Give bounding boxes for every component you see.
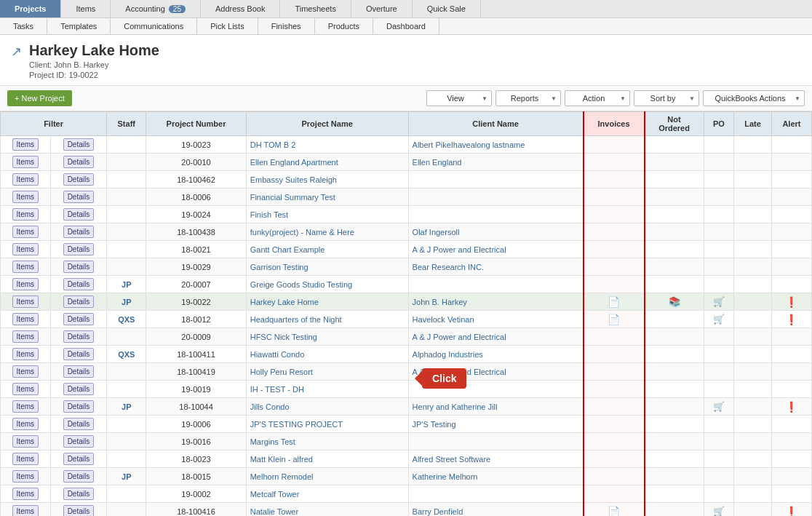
details-button[interactable]: Details [63,383,95,395]
details-button[interactable]: Details [63,505,95,516]
nav-tab-projects[interactable]: Projects [0,0,61,17]
items-button[interactable]: Items [12,191,39,203]
details-button[interactable]: Details [63,330,95,343]
details-button[interactable]: Details [63,418,95,430]
sub-tab-dashboard[interactable]: Dashboard [373,18,439,34]
details-button[interactable]: Details [63,313,95,325]
new-project-button[interactable]: + New Project [7,90,72,106]
project-name-cell[interactable]: DH TOM B 2 [246,136,408,154]
items-button[interactable]: Items [12,138,39,151]
project-name-cell[interactable]: Metcalf Tower [246,485,408,503]
project-name-cell[interactable]: Natalie Tower [246,503,408,517]
project-name-cell[interactable]: Harkey Lake Home [246,293,408,311]
invoice-cell [584,276,645,293]
items-button[interactable]: Items [12,418,39,430]
items-button[interactable]: Items [12,383,39,395]
items-button[interactable]: Items [12,435,39,448]
project-name-cell[interactable]: HFSC Nick Testing [246,328,408,346]
nav-tab-address-book[interactable]: Address Book [201,0,280,17]
items-button[interactable]: Items [12,330,39,343]
project-name-cell[interactable]: IH - TEST - DH [246,381,408,398]
nav-tab-overture[interactable]: Overture [351,0,413,17]
external-link-icon[interactable]: ↗ [11,44,22,60]
nav-tab-items[interactable]: Items [61,0,111,17]
sub-tab-tasks[interactable]: Tasks [0,18,47,34]
sub-tab-pick-lists[interactable]: Pick Lists [197,18,258,34]
items-button[interactable]: Items [12,348,39,360]
items-button[interactable]: Items [12,295,39,308]
items-button[interactable]: Items [12,278,39,290]
project-name-cell[interactable]: Embassy Suites Raleigh [246,171,408,188]
details-button[interactable]: Details [63,400,95,413]
invoice-cell[interactable]: 📄 [584,503,645,517]
invoice-icon[interactable]: 📄 [608,506,620,517]
po-cell [704,258,734,276]
nav-tab-accounting[interactable]: Accounting 25 [111,0,201,17]
invoice-icon[interactable]: 📄 [608,296,620,308]
details-button[interactable]: Details [63,365,95,378]
table-row: ItemsDetails20-0010Ellen England Apartme… [1,154,812,171]
items-button[interactable]: Items [12,488,39,500]
items-button[interactable]: Items [12,400,39,413]
details-button[interactable]: Details [63,243,95,255]
project-name-cell[interactable]: Matt Klein - alfred [246,450,408,468]
items-button[interactable]: Items [12,173,39,186]
sort-dropdown[interactable]: Sort by [634,90,699,106]
items-button[interactable]: Items [12,261,39,273]
invoice-cell[interactable]: 📄 [584,293,645,311]
project-name-cell[interactable]: Gantt Chart Example [246,241,408,258]
details-button[interactable]: Details [63,295,95,308]
quickbooks-actions-dropdown[interactable]: QuickBooks Actions [703,90,805,106]
sub-tab-communications[interactable]: Communications [111,18,197,34]
project-name-cell[interactable]: JP'S TESTING PROJECT [246,416,408,433]
details-button[interactable]: Details [63,156,95,168]
details-button[interactable]: Details [63,453,95,465]
details-button[interactable]: Details [63,208,95,221]
action-dropdown[interactable]: Action [565,90,630,106]
project-name-cell[interactable]: Headquarters of the Night [246,311,408,328]
details-button[interactable]: Details [63,173,95,186]
project-name-cell[interactable]: Holly Peru Resort [246,363,408,381]
items-button[interactable]: Items [12,470,39,483]
details-button[interactable]: Details [63,226,95,238]
nav-tab-quick-sale[interactable]: Quick Sale [413,0,481,17]
items-button[interactable]: Items [12,505,39,516]
items-button[interactable]: Items [12,365,39,378]
items-button[interactable]: Items [12,243,39,255]
project-name-cell[interactable]: Greige Goods Studio Testing [246,276,408,293]
reports-dropdown[interactable]: Reports [495,90,561,106]
col-late: Late [734,112,772,136]
view-dropdown[interactable]: View [426,90,492,106]
project-name-cell[interactable]: Financial Summary Test [246,188,408,206]
project-name-cell[interactable]: Finish Test [246,206,408,223]
items-button[interactable]: Items [12,208,39,221]
items-button[interactable]: Items [12,453,39,465]
project-name-cell[interactable]: funky(project) - Name & Here [246,223,408,241]
sub-tab-finishes[interactable]: Finishes [258,18,315,34]
details-button[interactable]: Details [63,470,95,483]
details-button[interactable]: Details [63,278,95,290]
project-name-cell[interactable]: Ellen England Apartment [246,154,408,171]
col-staff: Staff [107,112,146,136]
sub-tab-products[interactable]: Products [315,18,373,34]
items-button[interactable]: Items [12,226,39,238]
project-name-cell[interactable]: Hiawatti Condo [246,346,408,363]
project-name-cell[interactable]: Jills Condo [246,398,408,416]
details-button[interactable]: Details [63,435,95,448]
invoice-icon[interactable]: 📄 [608,314,620,325]
project-name-cell[interactable]: Melhorn Remodel [246,468,408,485]
nav-tab-timesheets[interactable]: Timesheets [280,0,351,17]
items-button[interactable]: Items [12,156,39,168]
details-button[interactable]: Details [63,261,95,273]
details-button[interactable]: Details [63,488,95,500]
details-button[interactable]: Details [63,191,95,203]
items-button[interactable]: Items [12,313,39,325]
project-name-cell[interactable]: Margins Test [246,433,408,450]
sub-tab-templates[interactable]: Templates [47,18,111,34]
invoice-cell[interactable]: 📄 [584,311,645,328]
details-button[interactable]: Details [63,348,95,360]
project-number-cell: 18-0023 [146,450,246,468]
not-ordered-cell [645,363,704,381]
details-button[interactable]: Details [63,138,95,151]
project-name-cell[interactable]: Garrison Testing [246,258,408,276]
